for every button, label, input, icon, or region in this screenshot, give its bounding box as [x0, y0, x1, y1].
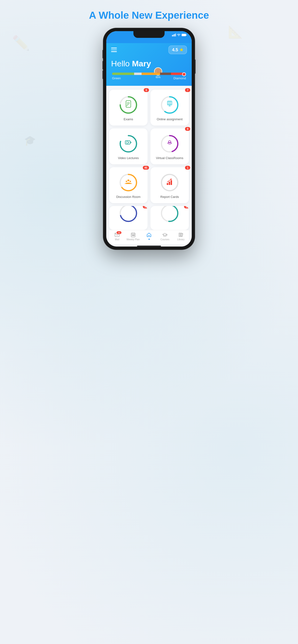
svg-rect-5 [186, 34, 187, 36]
online-assignment-card[interactable]: 7 [151, 90, 189, 126]
svg-marker-22 [130, 141, 131, 144]
hamburger-line-2 [111, 50, 117, 50]
exams-icon [119, 95, 138, 114]
cards-row-1: 6 [109, 90, 189, 126]
app-header: 4.5 ★ Hello Mary 65% [106, 43, 192, 86]
phone-shell: 4.5 ★ Hello Mary 65% [103, 28, 195, 250]
svg-rect-49 [134, 235, 134, 236]
svg-rect-1 [173, 34, 174, 36]
report-cards-badge: 1 [185, 166, 190, 170]
nav-mail-badge: 11 [117, 231, 121, 234]
hamburger-line-1 [111, 48, 117, 48]
wifi-icon [177, 34, 181, 37]
svg-rect-2 [174, 34, 175, 36]
cards-row-3: 45 [109, 167, 189, 203]
online-assignment-icon-glyph [166, 100, 174, 110]
svg-rect-4 [182, 34, 186, 36]
nav-mail-label: Mail [115, 238, 119, 241]
nav-library[interactable]: Library [173, 232, 189, 241]
cards-row-2: Video Lectures 8 [109, 128, 189, 164]
greeting: Hello Mary [111, 59, 187, 68]
partial-card-1-badge: 31 [143, 206, 147, 208]
svg-point-27 [169, 141, 171, 143]
svg-rect-34 [167, 183, 168, 185]
report-cards-icon [160, 173, 179, 192]
video-lectures-card[interactable]: Video Lectures [109, 128, 147, 164]
svg-rect-35 [169, 182, 170, 185]
signal-icon [172, 34, 176, 37]
nav-courses[interactable]: Courses [157, 232, 173, 241]
svg-point-6 [157, 68, 160, 72]
calendar-icon [130, 232, 136, 238]
progress-label-left: Green [112, 76, 121, 80]
progress-labels: Green Diamond [112, 76, 186, 80]
svg-rect-36 [171, 180, 172, 185]
headline-prefix: A Whole New [89, 10, 155, 21]
nav-home[interactable] [141, 232, 157, 241]
phone-screen: 4.5 ★ Hello Mary 65% [106, 31, 192, 246]
greeting-prefix: Hello [111, 59, 132, 68]
phone-notch [133, 31, 165, 38]
battery-icon [182, 34, 187, 37]
rating-value: 4.5 [172, 48, 178, 52]
nav-library-label: Library [177, 238, 185, 241]
hamburger-line-3 [111, 51, 117, 52]
exams-card[interactable]: 6 [109, 90, 147, 126]
status-bar [106, 31, 192, 43]
exams-label: Exams [123, 118, 133, 121]
svg-point-30 [127, 180, 129, 181]
partial-cards-row: 31 13 [109, 206, 189, 230]
nav-weekly-plan-label: Weekly Plan [126, 238, 140, 241]
online-assignment-icon [160, 95, 179, 114]
hamburger-menu[interactable] [111, 48, 117, 52]
header-top: 4.5 ★ [111, 43, 187, 59]
report-cards-icon-glyph [165, 177, 174, 188]
rating-badge: 4.5 ★ [169, 46, 187, 54]
discussion-room-label: Discussion Room [116, 195, 140, 198]
bottom-nav: 11 Mail [109, 230, 189, 244]
svg-rect-47 [132, 235, 133, 236]
virtual-classrooms-card[interactable]: 8 Vir [151, 128, 189, 164]
exams-icon-glyph [124, 100, 133, 110]
video-lectures-icon [119, 134, 138, 153]
online-assignment-label: Online assignment [157, 118, 183, 121]
discussion-room-card[interactable]: 45 [109, 167, 147, 203]
greeting-name: Mary [132, 59, 151, 68]
nav-courses-label: Courses [161, 238, 169, 241]
status-icons [172, 34, 187, 37]
progress-bar [112, 72, 186, 75]
discussion-room-icon [119, 173, 138, 192]
books-icon [178, 232, 184, 238]
virtual-classrooms-badge: 8 [185, 127, 190, 131]
progress-container: 65% Green Diamond [111, 72, 187, 80]
report-cards-label: Report Cards [160, 195, 179, 198]
progress-label-right: Diamond [174, 76, 186, 80]
virtual-classrooms-icon-glyph [165, 138, 174, 149]
partial-card-1[interactable]: 31 [109, 206, 147, 230]
nav-weekly-plan[interactable]: Weekly Plan [125, 232, 141, 241]
svg-point-31 [126, 181, 127, 182]
home-icon [146, 232, 152, 238]
partial-card-2[interactable]: 13 [151, 206, 189, 230]
svg-rect-48 [133, 235, 134, 236]
star-icon: ★ [180, 47, 183, 52]
svg-point-24 [128, 142, 129, 143]
svg-rect-0 [172, 35, 173, 36]
partial-card-2-badge: 13 [184, 206, 189, 208]
nav-mail[interactable]: 11 Mail [109, 232, 125, 241]
online-assignment-badge: 7 [185, 88, 190, 92]
home-active-dot [148, 238, 150, 240]
video-lectures-label: Video Lectures [118, 156, 139, 160]
svg-point-32 [129, 181, 131, 182]
svg-point-39 [120, 206, 136, 222]
svg-rect-3 [175, 34, 176, 36]
report-cards-card[interactable]: 1 [151, 167, 189, 203]
virtual-classrooms-icon [160, 134, 179, 153]
svg-rect-10 [126, 100, 131, 107]
svg-rect-51 [179, 233, 180, 237]
headline-highlight: Experience [155, 10, 209, 21]
virtual-classrooms-label: Virtual ClassRooms [156, 156, 183, 160]
page-headline: A Whole New Experience [89, 10, 209, 21]
content-area: 6 [106, 86, 192, 246]
video-lectures-icon-glyph [124, 139, 132, 148]
